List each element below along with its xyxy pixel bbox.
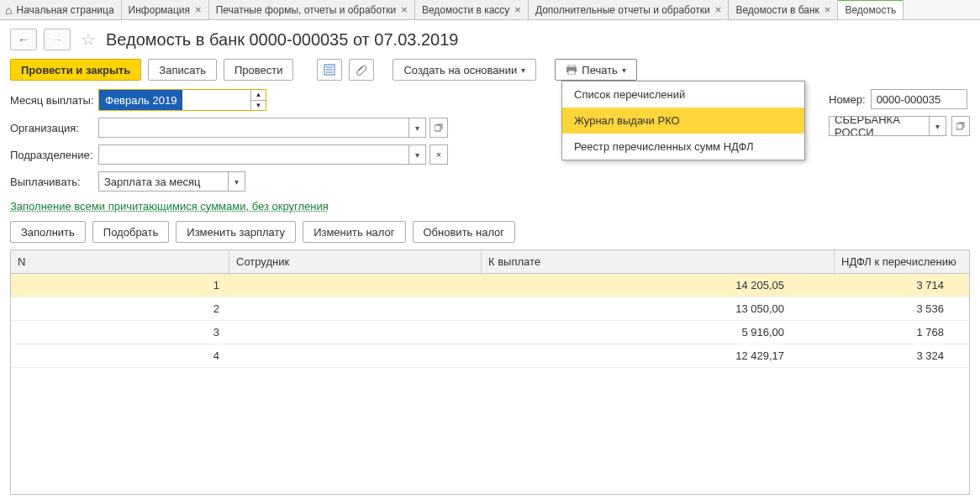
month-label: Месяц выплаты:: [10, 94, 98, 107]
spin-up-icon[interactable]: ▲: [251, 90, 266, 101]
star-icon[interactable]: ☆: [77, 29, 99, 50]
org-value: [99, 118, 408, 137]
col-n[interactable]: N: [11, 250, 229, 273]
open-ref-button[interactable]: [429, 118, 448, 138]
tab-cash-statements[interactable]: Ведомости в кассу ×: [415, 0, 529, 19]
dept-value: [99, 145, 408, 164]
list-icon-button[interactable]: [317, 59, 342, 81]
tab-label: Ведомости в кассу: [422, 4, 509, 16]
chevron-down-icon[interactable]: ▾: [408, 118, 425, 137]
tab-statement[interactable]: Ведомость: [838, 0, 904, 19]
print-menu-item-journal[interactable]: Журнал выдачи РКО: [562, 108, 804, 134]
cell-pay: 13 050,00: [482, 297, 835, 320]
table-row[interactable]: 4 12 429,17 3 324: [11, 344, 969, 368]
fill-button[interactable]: Заполнить: [10, 221, 86, 243]
spin-down-icon[interactable]: ▼: [251, 101, 266, 111]
row-pay: Выплачивать: Зарплата за месяц ▾: [10, 171, 970, 192]
submit-close-button[interactable]: Провести и закрыть: [10, 59, 141, 81]
col-employee[interactable]: Сотрудник: [229, 250, 482, 273]
chevron-down-icon[interactable]: ▾: [929, 117, 946, 135]
close-icon[interactable]: ×: [514, 3, 521, 16]
open-icon: [956, 122, 965, 130]
employee-grid: N Сотрудник К выплате НДФЛ к перечислени…: [10, 249, 970, 495]
number-value: 0000-000035: [877, 93, 941, 106]
close-icon[interactable]: ×: [195, 3, 202, 16]
change-salary-button[interactable]: Изменить зарплату: [176, 221, 296, 243]
tab-label: Информация: [129, 4, 190, 16]
pay-type-field[interactable]: Зарплата за месяц ▾: [98, 171, 245, 192]
clear-button[interactable]: ×: [429, 144, 448, 165]
print-menu-item-list[interactable]: Список перечислений: [562, 81, 804, 108]
tab-addl-reports[interactable]: Дополнительные отчеты и обработки ×: [529, 0, 729, 19]
close-icon[interactable]: ×: [825, 3, 831, 16]
month-value: Февраль 2019: [99, 90, 182, 110]
pay-label: Выплачивать:: [10, 176, 98, 188]
cell-employee: [229, 344, 482, 367]
table-row[interactable]: 1 14 205,05 3 714: [11, 274, 969, 297]
cell-ndfl: 1 768: [835, 321, 969, 344]
create-based-button[interactable]: Создать на основании ▾: [393, 59, 536, 81]
cell-pay: 5 916,00: [482, 321, 835, 344]
title-row: ← → ☆ Ведомость в банк 0000-000035 от 07…: [0, 20, 980, 55]
list-icon: [324, 64, 335, 76]
pay-value: Зарплата за месяц: [99, 172, 228, 191]
number-field[interactable]: 0000-000035: [871, 89, 967, 109]
change-tax-button[interactable]: Изменить налог: [303, 221, 405, 243]
tab-label: Ведомости в банк: [735, 4, 819, 16]
org-field[interactable]: ▾: [98, 118, 426, 138]
grid-empty-space: [11, 368, 969, 494]
tab-label: Ведомость: [845, 4, 896, 16]
cell-pay: 12 429,17: [482, 344, 835, 367]
nav-forward-button[interactable]: →: [44, 29, 71, 50]
cell-pay: 14 205,05: [482, 274, 835, 297]
open-ref-button[interactable]: [951, 116, 970, 136]
tab-print-forms[interactable]: Печатные формы, отчеты и обработки ×: [209, 0, 415, 19]
toolbar: Провести и закрыть Записать Провести Соз…: [0, 55, 980, 89]
bank-field[interactable]: СБЕРБАНКА РОССИ ▾: [829, 116, 946, 136]
open-icon: [435, 123, 443, 132]
chevron-down-icon[interactable]: ▾: [408, 145, 425, 164]
chevron-down-icon[interactable]: ▾: [228, 172, 245, 191]
col-ndfl[interactable]: НДФЛ к перечислению: [835, 250, 969, 273]
month-spinner[interactable]: ▲ ▼: [250, 90, 266, 110]
svg-rect-7: [435, 125, 440, 131]
print-button[interactable]: Печать ▾: [555, 59, 637, 81]
save-button[interactable]: Записать: [148, 59, 217, 81]
row-dept: Подразделение: ▾ ×: [10, 144, 970, 165]
cell-n: 1: [11, 274, 229, 297]
nav-back-button[interactable]: ←: [10, 29, 37, 50]
update-tax-button[interactable]: Обновить налог: [413, 221, 516, 243]
col-pay[interactable]: К выплате: [482, 250, 835, 273]
dept-field[interactable]: ▾: [98, 144, 426, 165]
table-row[interactable]: 2 13 050,00 3 536: [11, 297, 969, 321]
tab-label: Дополнительные отчеты и обработки: [535, 4, 710, 16]
page-title: Ведомость в банк 0000-000035 от 07.03.20…: [106, 30, 458, 50]
right-fields: Номер: 0000-000035 СБЕРБАНКА РОССИ ▾: [829, 89, 970, 143]
table-row[interactable]: 3 5 916,00 1 768: [11, 321, 969, 344]
month-field[interactable]: Февраль 2019 ▲ ▼: [98, 89, 266, 111]
cell-employee: [229, 297, 482, 320]
tab-bank-statements[interactable]: Ведомости в банк ×: [729, 0, 838, 19]
print-dropdown: Список перечислений Журнал выдачи РКО Ре…: [561, 81, 805, 160]
tab-home[interactable]: ⌂ Начальная страница: [0, 0, 122, 19]
table-actions: Заполнить Подобрать Изменить зарплату Из…: [0, 221, 980, 249]
button-label: Создать на основании: [403, 64, 517, 76]
cell-employee: [229, 274, 482, 297]
cell-ndfl: 3 536: [835, 297, 969, 320]
close-icon[interactable]: ×: [715, 3, 722, 16]
tab-info[interactable]: Информация ×: [122, 0, 209, 19]
cell-ndfl: 3 324: [835, 344, 969, 367]
tab-bar: ⌂ Начальная страница Информация × Печатн…: [0, 0, 980, 20]
row-number: Номер: 0000-000035: [829, 89, 970, 109]
svg-rect-5: [568, 65, 575, 67]
form-area: Месяц выплаты: Февраль 2019 ▲ ▼ Организа…: [0, 89, 980, 192]
print-menu-item-registry[interactable]: Реестр перечисленных сумм НДФЛ: [562, 134, 804, 160]
pick-button[interactable]: Подобрать: [92, 221, 169, 243]
row-org: Организация: ▾: [10, 118, 970, 138]
close-icon[interactable]: ×: [401, 3, 408, 16]
attach-icon-button[interactable]: [349, 59, 374, 81]
fill-settings-link[interactable]: Заполнение всеми причитающимися суммами,…: [10, 200, 329, 213]
home-icon: ⌂: [5, 3, 12, 17]
dept-label: Подразделение:: [10, 149, 98, 161]
submit-button[interactable]: Провести: [224, 59, 294, 81]
